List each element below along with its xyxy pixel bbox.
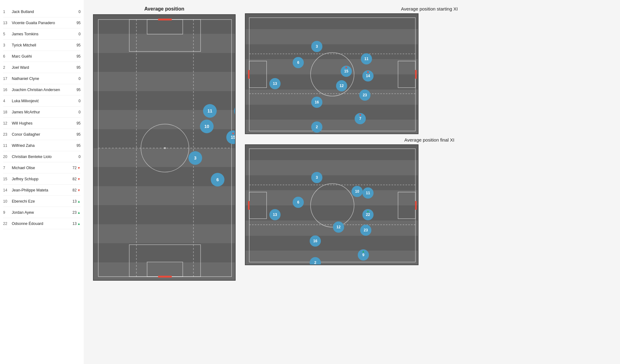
player-row: 5James Tomkins0 xyxy=(3,29,81,40)
player-minutes: 13▲ xyxy=(69,221,81,226)
player-name: James Tomkins xyxy=(12,32,69,36)
player-name: Christian Benteke Liolo xyxy=(12,155,69,159)
player-number: 17 xyxy=(3,77,12,81)
svg-point-25 xyxy=(311,184,354,227)
player-minutes: 95 xyxy=(69,132,81,137)
player-name: James McArthur xyxy=(12,110,69,114)
player-minutes: 0 xyxy=(69,77,81,81)
player-number: 10 xyxy=(3,199,12,204)
player-node: 6 xyxy=(211,173,224,186)
player-number: 7 xyxy=(3,166,12,170)
player-number: 2 xyxy=(3,65,12,70)
player-minutes: 95 xyxy=(69,121,81,125)
svg-rect-20 xyxy=(249,149,415,262)
player-row: 2Joel Ward95 xyxy=(3,62,81,73)
player-number: 16 xyxy=(3,88,12,92)
sub-arrow-up-icon: ▲ xyxy=(362,249,365,253)
starting-xi-section: Average position starting XI 3116▼15▼141… xyxy=(245,6,614,134)
player-row: 13Vicente Guaita Panadero95 xyxy=(3,17,81,29)
starting-xi-title: Average position starting XI xyxy=(245,6,614,11)
final-xi-section: Average position final XI 310116▲2213122… xyxy=(245,137,614,265)
svg-rect-19 xyxy=(415,70,417,79)
player-row: 20Christian Benteke Liolo0 xyxy=(3,151,81,162)
player-minutes: 0 xyxy=(69,155,81,159)
final-xi-title: Average position final XI xyxy=(245,137,614,143)
player-row: 1Jack Butland0 xyxy=(3,6,81,17)
player-minutes: 0 xyxy=(69,110,81,114)
player-number: 6 xyxy=(3,54,12,59)
player-node: 23 xyxy=(359,90,370,101)
arrow-down-icon: ▼ xyxy=(77,177,81,181)
player-minutes: 95 xyxy=(69,21,81,25)
svg-rect-6 xyxy=(129,245,201,277)
player-number: 23 xyxy=(3,132,12,137)
player-row: 22Odsonne Édouard13▲ xyxy=(3,218,81,229)
player-name: Michael Olise xyxy=(12,166,69,170)
svg-rect-16 xyxy=(398,61,415,88)
player-row: 9Jordan Ayew23▲ xyxy=(3,207,81,218)
svg-rect-4 xyxy=(129,20,201,51)
player-node: 16 xyxy=(311,97,322,108)
player-row: 15Jeffrey Schlupp82▼ xyxy=(3,173,81,185)
player-name: Nathaniel Clyne xyxy=(12,77,69,81)
player-row: 4Luka Milivojević0 xyxy=(3,95,81,107)
player-node: 3 xyxy=(188,151,202,165)
player-row: 3Tyrick Mitchell95 xyxy=(3,40,81,51)
player-minutes: 0 xyxy=(69,32,81,36)
main-content: Average position 111410▼1523▼97123616213… xyxy=(84,0,620,364)
arrow-down-icon: ▼ xyxy=(77,188,81,192)
player-node: 16 xyxy=(310,235,321,247)
player-node: 11 xyxy=(203,104,217,118)
final-xi-pitch: 310116▲2213122316▲92 xyxy=(245,144,418,265)
player-node: 6 xyxy=(293,57,304,68)
player-row: 23Conor Gallagher95 xyxy=(3,129,81,140)
center-pitch-container: Average position 111410▼1523▼97123616213 xyxy=(90,6,239,358)
player-number: 12 xyxy=(3,121,12,125)
player-minutes: 95 xyxy=(69,43,81,47)
player-name: Eberechi Eze xyxy=(12,199,69,204)
player-name: Luka Milivojević xyxy=(12,99,69,103)
player-minutes: 0 xyxy=(69,10,81,14)
player-node: 13 xyxy=(269,209,281,220)
player-name: Jeffrey Schlupp xyxy=(12,177,69,181)
player-name: Tyrick Mitchell xyxy=(12,43,69,47)
svg-rect-27 xyxy=(415,201,417,210)
player-name: Jack Butland xyxy=(12,10,69,14)
player-row: 6Marc Guéhi95 xyxy=(3,51,81,62)
player-row: 12Will Hughes95 xyxy=(3,118,81,129)
player-row: 14Jean-Philippe Mateta82▼ xyxy=(3,185,81,196)
player-node: 6 xyxy=(293,197,304,208)
svg-rect-24 xyxy=(398,192,415,219)
player-node: 23 xyxy=(360,225,371,236)
arrow-up-icon: ▲ xyxy=(77,222,81,226)
sub-arrow-down-icon: ▼ xyxy=(366,70,370,74)
svg-rect-11 xyxy=(158,276,172,278)
player-number: 11 xyxy=(3,143,12,148)
player-name: Will Hughes xyxy=(12,121,69,125)
player-row: 7Michael Olise72▼ xyxy=(3,162,81,173)
player-name: Jordan Ayew xyxy=(12,210,69,215)
player-name: Joachim Christian Andersen xyxy=(12,88,69,92)
svg-point-9 xyxy=(164,147,166,149)
player-minutes: 95 xyxy=(69,88,81,92)
main-pitch: 111410▼1523▼97123616213 xyxy=(93,14,236,281)
player-number: 18 xyxy=(3,110,12,114)
svg-rect-18 xyxy=(248,70,250,79)
svg-rect-5 xyxy=(147,20,183,34)
player-node: 3 xyxy=(311,41,322,52)
player-name: Vicente Guaita Panadero xyxy=(12,21,69,25)
player-list: 1Jack Butland013Vicente Guaita Panadero9… xyxy=(0,0,84,364)
player-name: Odsonne Édouard xyxy=(12,221,69,226)
right-pitches-container: Average position starting XI 3116▼15▼141… xyxy=(245,6,614,358)
player-minutes: 13▲ xyxy=(69,199,81,204)
player-number: 15 xyxy=(3,177,12,181)
player-name: Jean-Philippe Mateta xyxy=(12,188,69,192)
player-node: 13 xyxy=(269,78,281,89)
player-number: 4 xyxy=(3,99,12,103)
arrow-up-icon: ▲ xyxy=(77,200,81,203)
player-node: 10 xyxy=(200,120,214,133)
player-minutes: 95 xyxy=(69,143,81,148)
player-number: 14 xyxy=(3,188,12,192)
player-node: 10 xyxy=(352,186,363,197)
player-minutes: 72▼ xyxy=(69,166,81,170)
